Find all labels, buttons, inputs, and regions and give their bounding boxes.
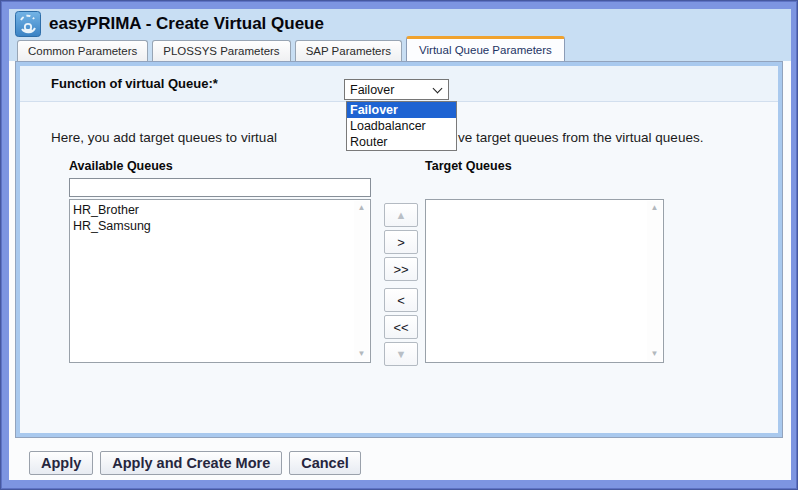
page-title: easyPRIMA - Create Virtual Queue	[49, 14, 324, 34]
tab-plossys-parameters[interactable]: PLOSSYS Parameters	[152, 40, 290, 61]
chevron-down-icon	[433, 84, 443, 94]
dropdown-option-router[interactable]: Router	[347, 134, 456, 150]
window: easyPRIMA - Create Virtual Queue Common …	[9, 9, 791, 480]
function-select[interactable]: Failover	[344, 79, 449, 100]
apply-button[interactable]: Apply	[29, 451, 93, 475]
available-queues-label: Available Queues	[69, 159, 173, 173]
available-queues-filter-input[interactable]	[69, 178, 371, 197]
window-frame: easyPRIMA - Create Virtual Queue Common …	[0, 0, 798, 490]
function-row: Function of virtual Queue:* Failover	[20, 66, 778, 102]
target-queues-label: Target Queues	[425, 159, 512, 173]
move-right-button[interactable]: >	[384, 230, 418, 254]
move-left-button[interactable]: <	[384, 288, 418, 312]
available-queues-list[interactable]: HR_Brother HR_Samsung ▲ ▼	[69, 199, 371, 363]
scrollbar[interactable]: ▲ ▼	[647, 201, 662, 361]
panel-content: Function of virtual Queue:* Failover Fai…	[20, 66, 778, 433]
list-item[interactable]: HR_Brother	[70, 200, 370, 218]
tab-common-parameters[interactable]: Common Parameters	[17, 40, 148, 61]
dropdown-option-failover[interactable]: Failover	[347, 102, 456, 118]
tab-sap-parameters[interactable]: SAP Parameters	[295, 40, 402, 61]
move-down-button[interactable]: ▼	[384, 342, 418, 366]
move-all-left-button[interactable]: <<	[384, 315, 418, 339]
function-select-value: Failover	[350, 83, 394, 97]
scrollbar[interactable]: ▲ ▼	[354, 201, 369, 361]
dropdown-option-loadbalancer[interactable]: Loadbalancer	[347, 118, 456, 134]
tab-bar: Common Parameters PLOSSYS Parameters SAP…	[17, 36, 565, 61]
move-up-button[interactable]: ▲	[384, 203, 418, 227]
app-icon	[15, 11, 41, 37]
description-text-right: ve target queues from the virtual queues…	[458, 130, 703, 145]
function-of-virtual-queue-label: Function of virtual Queue:*	[51, 76, 218, 91]
tab-virtual-queue-parameters[interactable]: Virtual Queue Parameters	[406, 36, 565, 61]
scroll-down-icon[interactable]: ▼	[358, 350, 366, 358]
description-text-left: Here, you add target queues to virtual	[51, 130, 277, 145]
target-queues-list[interactable]: ▲ ▼	[425, 199, 664, 363]
virtual-queue-parameters-panel: Function of virtual Queue:* Failover Fai…	[15, 61, 783, 438]
cancel-button[interactable]: Cancel	[289, 451, 361, 475]
move-all-right-button[interactable]: >>	[384, 257, 418, 281]
scroll-up-icon[interactable]: ▲	[358, 204, 366, 212]
apply-and-create-more-button[interactable]: Apply and Create More	[100, 451, 282, 475]
list-item[interactable]: HR_Samsung	[70, 218, 370, 234]
footer-button-bar: Apply Apply and Create More Cancel	[29, 451, 361, 475]
scroll-down-icon[interactable]: ▼	[651, 350, 659, 358]
title-bar: easyPRIMA - Create Virtual Queue Common …	[9, 9, 791, 61]
scroll-up-icon[interactable]: ▲	[651, 204, 659, 212]
function-select-dropdown: Failover Loadbalancer Router	[346, 101, 457, 151]
